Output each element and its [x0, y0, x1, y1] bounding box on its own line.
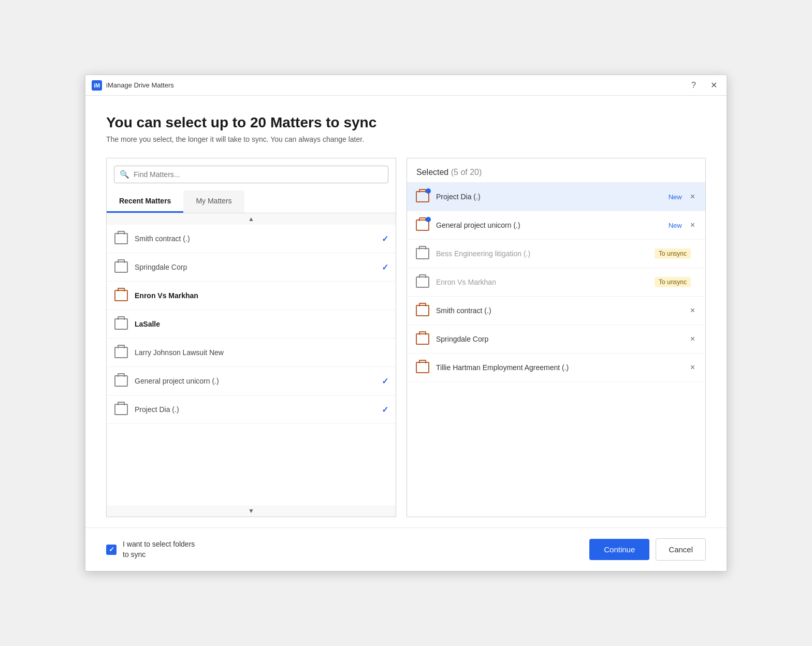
- matter-icon: [415, 275, 430, 289]
- checkmark-icon: ✓: [109, 546, 114, 553]
- check-mark: ✓: [382, 262, 388, 272]
- selected-matter-name: General project unicorn (.): [436, 221, 669, 229]
- selected-header: Selected (5 of 20): [407, 158, 705, 183]
- briefcase-icon: [114, 347, 128, 358]
- select-folders-checkbox[interactable]: ✓: [106, 545, 117, 555]
- matter-icon: [114, 260, 128, 274]
- cancel-button[interactable]: Cancel: [656, 538, 706, 561]
- briefcase-icon: [114, 318, 128, 330]
- selected-item: Smith contract (.) ×: [407, 297, 705, 325]
- selected-list: Project Dia (.) New × General project un…: [407, 183, 705, 517]
- matter-icon: [114, 345, 128, 360]
- tab-my-matters[interactable]: My Matters: [183, 190, 244, 213]
- matter-icon: [415, 189, 430, 204]
- scroll-down-button[interactable]: ▼: [107, 505, 396, 517]
- matter-name: General project unicorn (.): [135, 377, 382, 385]
- briefcase-icon: [416, 248, 429, 259]
- panels: 🔍 Recent Matters My Matters ▲ Smith: [106, 158, 706, 517]
- matter-icon: [114, 288, 128, 303]
- list-item[interactable]: General project unicorn (.) ✓: [107, 367, 396, 395]
- app-icon-label: iM: [94, 82, 100, 89]
- selected-label: Selected: [416, 168, 448, 177]
- selected-count: (5 of 20): [451, 168, 482, 177]
- briefcase-icon: [114, 233, 128, 244]
- selected-matter-name: Bess Engineering litigation (.): [436, 249, 655, 258]
- badge-to-unsync: To unsync: [655, 248, 691, 259]
- badge-new: New: [669, 193, 682, 201]
- titlebar: iM iManage Drive Matters ? ✕: [85, 75, 727, 96]
- list-item[interactable]: Larry Johnson Lawsuit New: [107, 339, 396, 367]
- left-panel: 🔍 Recent Matters My Matters ▲ Smith: [106, 158, 396, 517]
- help-button[interactable]: ?: [688, 80, 699, 91]
- briefcase-icon: [114, 375, 128, 387]
- remove-button[interactable]: ×: [688, 333, 697, 345]
- blue-dot-indicator: [426, 217, 431, 222]
- matter-icon: [415, 303, 430, 318]
- badge-new: New: [669, 222, 682, 229]
- selected-item: Bess Engineering litigation (.) To unsyn…: [407, 240, 705, 268]
- right-panel: Selected (5 of 20) Project Dia (.) New ×: [407, 158, 706, 517]
- matter-name: Larry Johnson Lawsuit New: [135, 348, 388, 357]
- matter-name: Enron Vs Markhan: [135, 291, 388, 300]
- selected-item: Enron Vs Markhan To unsync: [407, 268, 705, 297]
- matter-icon: [415, 332, 430, 346]
- blue-dot-indicator: [426, 188, 431, 194]
- selected-matter-name: Project Dia (.): [436, 193, 669, 201]
- check-mark: ✓: [382, 405, 388, 415]
- search-icon: 🔍: [120, 170, 129, 179]
- selected-matter-name: Springdale Corp: [436, 335, 688, 343]
- selected-item: General project unicorn (.) New ×: [407, 211, 705, 240]
- remove-button[interactable]: ×: [688, 305, 697, 316]
- search-input-wrapper[interactable]: 🔍: [114, 166, 388, 183]
- selected-matter-name: Tillie Hartman Employment Agreement (.): [436, 363, 688, 372]
- selected-item: Springdale Corp ×: [407, 325, 705, 354]
- checkbox-label: I want to select foldersto sync: [123, 539, 195, 560]
- footer: ✓ I want to select foldersto sync Contin…: [85, 527, 727, 571]
- matter-name: Springdale Corp: [135, 263, 382, 271]
- check-mark: ✓: [382, 234, 388, 244]
- search-box: 🔍: [107, 158, 396, 183]
- briefcase-icon-orange: [416, 362, 429, 373]
- main-window: iM iManage Drive Matters ? ✕ You can sel…: [85, 75, 727, 571]
- matter-icon: [415, 246, 430, 261]
- briefcase-icon: [114, 404, 128, 415]
- matter-icon: [114, 231, 128, 246]
- badge-to-unsync: To unsync: [655, 277, 691, 287]
- list-item[interactable]: Springdale Corp ✓: [107, 253, 396, 282]
- checkbox-group: ✓ I want to select foldersto sync: [106, 539, 195, 560]
- titlebar-controls: ? ✕: [688, 79, 720, 91]
- matter-icon: [114, 374, 128, 388]
- search-input[interactable]: [134, 170, 383, 179]
- matter-icon: [114, 317, 128, 331]
- briefcase-icon-orange: [416, 305, 429, 316]
- matter-icon: [114, 402, 128, 417]
- briefcase-icon-orange: [114, 290, 128, 301]
- main-content: You can select up to 20 Matters to sync …: [85, 96, 727, 527]
- briefcase-icon: [416, 276, 429, 288]
- check-mark: ✓: [382, 376, 388, 386]
- app-icon: iM: [92, 80, 102, 91]
- remove-button[interactable]: ×: [688, 191, 697, 202]
- selected-matter-name: Smith contract (.): [436, 306, 688, 315]
- remove-button[interactable]: ×: [688, 219, 697, 231]
- list-item[interactable]: Enron Vs Markhan: [107, 282, 396, 310]
- selected-matter-name: Enron Vs Markhan: [436, 278, 655, 286]
- selected-item: Tillie Hartman Employment Agreement (.) …: [407, 354, 705, 382]
- tab-recent-matters[interactable]: Recent Matters: [107, 190, 183, 213]
- page-subheading: The more you select, the longer it will …: [106, 135, 706, 143]
- briefcase-icon: [114, 261, 128, 273]
- matter-name: Smith contract (.): [135, 234, 382, 243]
- list-item[interactable]: Smith contract (.) ✓: [107, 225, 396, 253]
- page-heading: You can select up to 20 Matters to sync: [106, 114, 706, 131]
- matter-list: Smith contract (.) ✓ Springdale Corp ✓: [107, 225, 396, 505]
- continue-button[interactable]: Continue: [589, 539, 649, 560]
- tabs: Recent Matters My Matters: [107, 190, 396, 213]
- selected-item: Project Dia (.) New ×: [407, 183, 705, 211]
- scroll-up-button[interactable]: ▲: [107, 213, 396, 225]
- close-window-button[interactable]: ✕: [707, 79, 720, 91]
- window-title: iManage Drive Matters: [106, 81, 688, 89]
- list-item[interactable]: Project Dia (.) ✓: [107, 395, 396, 424]
- list-item[interactable]: LaSalle: [107, 310, 396, 339]
- remove-button[interactable]: ×: [688, 362, 697, 373]
- matter-name: Project Dia (.): [135, 405, 382, 414]
